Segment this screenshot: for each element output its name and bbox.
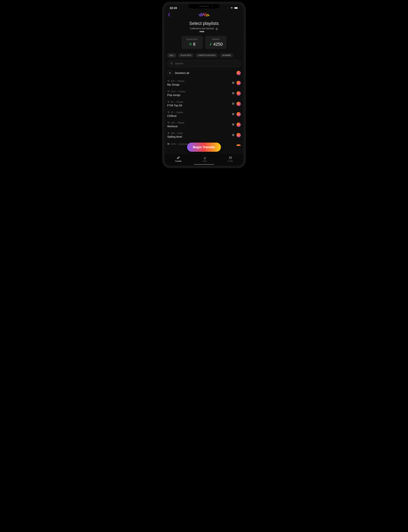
row-count: 50 — [171, 101, 173, 103]
filter-albums[interactable]: ALBUMS — [220, 53, 233, 58]
separator-dot-icon — [176, 133, 176, 134]
home-indicator[interactable] — [194, 164, 214, 165]
playlist-row[interactable]: 50 Playlist FYM Top 50 — [164, 99, 244, 109]
stat-card-playlists: PLAYLISTS 8 — [181, 36, 203, 49]
row-settings-button[interactable] — [231, 133, 235, 137]
battery-icon — [234, 7, 238, 9]
separator-dot-icon — [176, 81, 176, 81]
volume-down-button — [162, 47, 163, 57]
tab-label: Profile — [228, 160, 233, 162]
row-count: 189 — [171, 122, 174, 124]
music-stat-icon — [209, 43, 212, 46]
tab-stats[interactable]: Stats — [203, 156, 207, 162]
row-settings-button[interactable] — [231, 102, 235, 106]
playlist-row[interactable]: 420 Playlist My Songs — [164, 78, 244, 88]
deselect-row: 8 Deselect all — [167, 70, 241, 76]
phone-frame: 22:19 — [162, 2, 246, 168]
stat-card-songs: SONGS 4250 — [205, 36, 227, 49]
volume-up-button — [162, 33, 163, 44]
playlist-row[interactable]: 87 Playlist Chillout — [164, 109, 244, 119]
row-type: Playlist — [178, 80, 184, 82]
tab-label: Transfer — [175, 160, 182, 162]
selected-count-badge: 8 — [167, 70, 172, 76]
row-checkbox[interactable] — [237, 144, 241, 146]
svg-rect-1 — [235, 7, 238, 9]
stat-value: 4250 — [213, 42, 223, 47]
begin-transfer-button[interactable]: Begin Transfer — [187, 142, 221, 152]
row-checkbox[interactable] — [237, 81, 241, 85]
row-title: Sailing time! — [167, 135, 230, 138]
liked-icon — [167, 132, 170, 135]
folder-music-icon — [167, 143, 170, 146]
deselect-all-button[interactable]: Deselect all — [175, 71, 234, 75]
row-title: FYM Top 50 — [167, 104, 230, 107]
filter-all[interactable]: ALL — [167, 53, 176, 58]
front-camera — [212, 6, 213, 7]
row-title: My Songs — [167, 83, 230, 86]
tab-transfer[interactable]: Transfer — [175, 156, 182, 162]
tab-profile[interactable]: Profile — [228, 156, 233, 162]
row-title: Workout — [167, 125, 230, 128]
subtitle-time: now — [200, 30, 204, 33]
row-count: 87 — [171, 111, 173, 114]
filter-liked-playlists[interactable]: LIKED PLAYLISTS — [196, 53, 218, 58]
row-checkbox[interactable] — [237, 112, 241, 116]
top-bar — [164, 10, 244, 20]
search-container[interactable] — [167, 60, 241, 67]
row-settings-button[interactable] — [231, 92, 235, 95]
separator-dot-icon — [174, 112, 175, 113]
playlist-count-icon — [167, 90, 170, 93]
wifi-icon — [230, 7, 233, 9]
screen: 22:19 — [164, 4, 244, 166]
separator-dot-icon — [177, 144, 178, 144]
stat-value: 8 — [193, 42, 196, 47]
row-title: Pop songs — [167, 93, 230, 97]
signal-dots-icon — [227, 8, 229, 8]
playlist-count-icon — [167, 101, 170, 103]
stat-label: SONGS — [206, 38, 225, 41]
power-button — [245, 35, 246, 50]
row-settings-button[interactable] — [231, 81, 235, 85]
playlist-row[interactable]: 288 Liked Sailing time! — [164, 130, 244, 140]
page-title: Select playlists — [164, 21, 244, 26]
row-checkbox[interactable] — [237, 102, 241, 106]
row-checkbox[interactable] — [237, 123, 241, 127]
row-type: Playlist — [176, 101, 183, 103]
playlist-row[interactable]: 189 Playlist Workout — [164, 119, 244, 130]
row-settings-button[interactable] — [231, 123, 235, 126]
row-type: Playlist — [178, 122, 184, 124]
separator-dot-icon — [177, 91, 178, 92]
row-count: 1078 — [171, 143, 176, 145]
filter-playlists[interactable]: PLAYLISTS — [178, 53, 194, 58]
separator-dot-icon — [176, 123, 176, 123]
search-icon — [170, 62, 173, 65]
row-count: 288 — [171, 132, 174, 134]
svg-rect-2 — [238, 8, 238, 8]
row-title: Chillout — [167, 114, 230, 118]
row-type: Playlist — [179, 90, 186, 93]
back-button[interactable] — [168, 12, 170, 18]
tab-label: Stats — [203, 160, 207, 162]
search-input[interactable] — [175, 62, 238, 65]
subtitle-text: Collections last fetched — [190, 27, 214, 30]
row-checkbox[interactable] — [237, 91, 241, 96]
playlist-count-icon — [167, 80, 170, 83]
playlist-count-icon — [167, 121, 170, 124]
row-count: 2137 — [171, 90, 176, 93]
row-type: Liked — [178, 132, 183, 134]
mute-switch — [162, 23, 163, 29]
filter-row: ALL PLAYLISTS LIKED PLAYLISTS ALBUMS — [167, 53, 241, 58]
row-type: Playlist — [176, 111, 183, 114]
row-settings-button[interactable] — [231, 113, 235, 116]
page-subtitle: Collections last fetched now — [164, 27, 244, 33]
stat-cards: PLAYLISTS 8 SONGS 4250 — [164, 36, 244, 49]
playlist-count-icon — [167, 111, 170, 114]
speaker-grill — [199, 6, 209, 7]
stat-label: PLAYLISTS — [183, 38, 202, 41]
app-logo-icon — [199, 12, 209, 18]
refresh-button[interactable] — [215, 28, 218, 31]
select-all-checkbox[interactable] — [237, 71, 241, 75]
row-checkbox[interactable] — [237, 133, 241, 137]
playlist-row[interactable]: 2137 Playlist Pop songs — [164, 88, 244, 99]
notch — [189, 4, 219, 9]
